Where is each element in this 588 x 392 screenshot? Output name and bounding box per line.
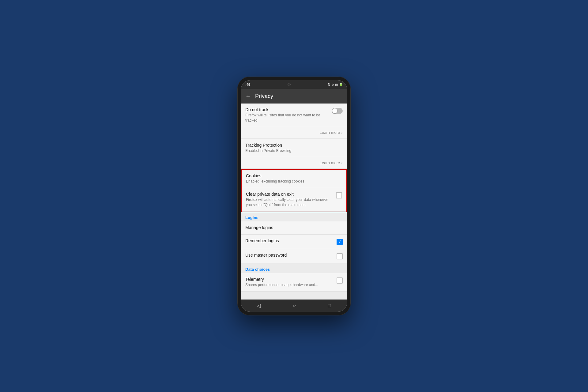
remember-logins-checkbox[interactable]: [337, 239, 343, 245]
nav-home-icon[interactable]: ○: [293, 303, 296, 308]
clear-private-data-checkbox[interactable]: [336, 192, 342, 198]
phone-screen: :49 N ⊖ ▤ 🔋 ← Privacy Do not track Firef…: [241, 80, 347, 312]
nav-recent-icon[interactable]: □: [328, 303, 331, 308]
status-time: :49: [245, 83, 250, 86]
tracking-protection-row[interactable]: Tracking Protection Enabled in Private B…: [241, 139, 347, 157]
highlighted-group: Cookies Enabled, excluding tracking cook…: [241, 169, 347, 212]
manage-logins-text: Manage logins: [245, 225, 343, 231]
tracking-protection-learn-more-row[interactable]: Learn more ›: [241, 157, 347, 168]
nav-back-icon[interactable]: ◁: [257, 303, 261, 309]
back-button[interactable]: ←: [245, 93, 251, 100]
tracking-protection-text: Tracking Protection Enabled in Private B…: [245, 143, 343, 153]
page-title: Privacy: [255, 93, 273, 100]
logins-section: Manage logins Remember logins Use master…: [241, 221, 347, 263]
telemetry-title: Telemetry: [245, 277, 334, 282]
do-not-track-desc: Firefox will tell sites that you do not …: [245, 113, 329, 123]
do-not-track-learn-more-row[interactable]: Learn more ›: [241, 127, 347, 138]
tracking-protection-title: Tracking Protection: [245, 143, 343, 148]
status-bar: :49 N ⊖ ▤ 🔋: [241, 80, 347, 89]
master-password-checkbox[interactable]: [337, 253, 343, 259]
tracking-protection-desc: Enabled in Private Browsing: [245, 148, 343, 153]
battery-icon: 🔋: [339, 83, 343, 86]
do-not-track-section: Do not track Firefox will tell sites tha…: [241, 104, 347, 138]
telemetry-text: Telemetry Shares performance, usage, har…: [245, 277, 334, 288]
cookies-desc: Enabled, excluding tracking cookies: [246, 179, 342, 184]
front-camera-indicator: [288, 83, 291, 86]
clear-private-data-title: Clear private data on exit: [246, 192, 333, 197]
logins-section-title: Logins: [245, 215, 258, 220]
data-choices-section: Telemetry Shares performance, usage, har…: [241, 273, 347, 292]
clear-private-data-text: Clear private data on exit Firefox will …: [246, 192, 333, 208]
cookies-text: Cookies Enabled, excluding tracking cook…: [246, 173, 342, 184]
signal-icon: ▤: [335, 83, 338, 86]
do-not-track-text: Do not track Firefox will tell sites tha…: [245, 107, 329, 123]
nav-bar: ◁ ○ □: [241, 300, 347, 312]
master-password-title: Use master password: [245, 253, 334, 258]
tracking-protection-section: Tracking Protection Enabled in Private B…: [241, 139, 347, 169]
nfc-icon: N: [328, 83, 330, 86]
cookies-row[interactable]: Cookies Enabled, excluding tracking cook…: [242, 170, 346, 188]
tracking-protection-chevron-icon: ›: [341, 160, 343, 165]
data-choices-section-header: Data choices: [241, 264, 347, 273]
phone-device: :49 N ⊖ ▤ 🔋 ← Privacy Do not track Firef…: [237, 77, 351, 315]
master-password-row[interactable]: Use master password: [241, 249, 347, 263]
status-icons: N ⊖ ▤ 🔋: [328, 83, 343, 86]
do-not-track-learn-more-text: Learn more: [320, 130, 340, 135]
clear-private-data-row[interactable]: Clear private data on exit Firefox will …: [242, 188, 346, 212]
do-not-track-chevron-icon: ›: [341, 130, 343, 135]
data-choices-section-title: Data choices: [245, 267, 270, 272]
remember-logins-title: Remember logins: [245, 238, 334, 243]
cookies-title: Cookies: [246, 173, 342, 178]
telemetry-checkbox[interactable]: [337, 277, 343, 284]
manage-logins-title: Manage logins: [245, 225, 343, 230]
manage-logins-row[interactable]: Manage logins: [241, 221, 347, 235]
remember-logins-text: Remember logins: [245, 238, 334, 244]
logins-section-header: Logins: [241, 212, 347, 221]
telemetry-desc: Shares performance, usage, hardware and.…: [245, 282, 334, 288]
settings-content: Do not track Firefox will tell sites tha…: [241, 104, 347, 300]
toggle-thumb: [332, 108, 337, 113]
clear-private-data-desc: Firefox will automatically clear your da…: [246, 197, 333, 208]
telemetry-row[interactable]: Telemetry Shares performance, usage, har…: [241, 273, 347, 292]
do-not-track-toggle[interactable]: [332, 108, 343, 114]
remember-logins-row[interactable]: Remember logins: [241, 235, 347, 249]
app-bar: ← Privacy: [241, 89, 347, 104]
master-password-text: Use master password: [245, 253, 334, 258]
tracking-protection-learn-more-text: Learn more: [320, 160, 340, 165]
notification-icon: ⊖: [331, 83, 334, 86]
do-not-track-row[interactable]: Do not track Firefox will tell sites tha…: [241, 104, 347, 127]
do-not-track-title: Do not track: [245, 107, 329, 112]
